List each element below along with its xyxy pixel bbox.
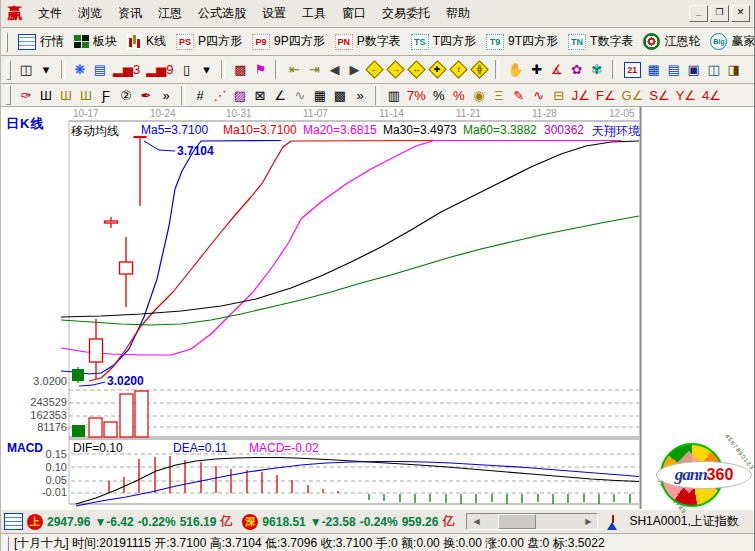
t-number-table-button[interactable]: TN T数字表 (568, 33, 633, 50)
kline-button[interactable]: K线 (127, 33, 166, 50)
ninep-square-button[interactable]: P9 9P四方形 (252, 33, 325, 50)
notes-icon[interactable]: ▤ (667, 61, 681, 79)
dropdown-arrow-icon[interactable]: ▾ (39, 61, 53, 79)
candle-hollow-icon[interactable]: ▯ (179, 61, 193, 79)
menu-browse[interactable]: 浏览 (70, 3, 110, 24)
gold-box-icon[interactable]: ⊟ (552, 86, 566, 104)
sz-index: 9618.51 (262, 515, 305, 529)
toolbar-grip[interactable] (6, 85, 11, 105)
web-chart-icon[interactable]: ❋ (73, 61, 87, 79)
overflow-chevron[interactable]: » (159, 86, 173, 104)
gold-grid-icon[interactable]: Ш (59, 86, 73, 104)
color-flag-icon[interactable]: ⚑ (253, 61, 267, 79)
f-angle-icon[interactable]: F∠ (596, 86, 616, 104)
diamond-leftright-icon[interactable]: ↔ (408, 60, 426, 78)
p-square-button[interactable]: PS P四方形 (176, 33, 242, 50)
box-fan-purple-icon[interactable]: ▨ (233, 86, 247, 104)
ying-angle-icon[interactable]: Y∠ (676, 86, 696, 104)
kline-style-icon[interactable]: ◫ (19, 61, 33, 79)
box-x-icon[interactable]: ⊠ (253, 86, 267, 104)
percent-line-icon[interactable]: % (452, 86, 466, 104)
minimize-button[interactable]: _ (689, 5, 708, 22)
date-tick: 10-24 (150, 108, 184, 119)
pen-bars-icon[interactable]: ✎ (512, 86, 526, 104)
calculator-icon[interactable]: ▦ (647, 61, 661, 79)
toolbar-grip[interactable] (6, 32, 8, 52)
hand-pan-icon[interactable]: ✋ (507, 61, 523, 79)
menu-file[interactable]: 文件 (30, 3, 70, 24)
gann-wheel-button[interactable]: 江恩轮 (643, 33, 700, 50)
pc-key-icon[interactable]: ◨ (727, 61, 741, 79)
j-angle-icon[interactable]: J∠ (572, 86, 590, 104)
angle-measure-icon[interactable]: ∡ (550, 61, 564, 79)
percent-icon[interactable]: % (432, 86, 446, 104)
quotes-button[interactable]: 行情 (18, 33, 64, 50)
menu-settings[interactable]: 设置 (254, 3, 294, 24)
hash-grid-icon[interactable]: Ш (39, 86, 53, 104)
clipboard-icon[interactable]: ▤ (93, 61, 107, 79)
teal-knot-icon[interactable]: ✾ (590, 61, 604, 79)
gold-angle-icon[interactable]: G∠ (622, 86, 644, 104)
dense-grid2-icon[interactable]: ▩ (333, 86, 347, 104)
percent7-line-icon[interactable]: 7% (407, 86, 426, 104)
menu-formula-stockpick[interactable]: 公式选股 (190, 3, 254, 24)
pc-globe-icon[interactable]: ◫ (707, 61, 721, 79)
frame-tool-icon[interactable]: # (193, 86, 207, 104)
winner-wheel-button[interactable]: Big 赢家轮 (710, 33, 755, 50)
save-floppy-icon[interactable]: ▣ (687, 61, 701, 79)
gold-line-icon[interactable]: Ξ (492, 86, 506, 104)
prev-icon[interactable]: ◀ (327, 61, 341, 79)
diamond-right-icon[interactable]: → (387, 60, 405, 78)
menu-gann[interactable]: 江恩 (150, 3, 190, 24)
menu-news[interactable]: 资讯 (110, 3, 150, 24)
dropdown-arrow-icon[interactable]: ▾ (199, 61, 213, 79)
go-last-icon[interactable]: ⇥ (307, 61, 321, 79)
sectors-button[interactable]: 板块 (74, 33, 117, 50)
quote-table-icon[interactable] (4, 513, 23, 530)
horizontal-scrollbar[interactable]: ◀ ▶ (466, 513, 598, 530)
diamond-cross-icon[interactable]: ╬ (471, 60, 489, 78)
macd-scale-005: 0.05 (1, 474, 67, 486)
volume-meter-icon[interactable]: ▥ (387, 86, 401, 104)
close-button[interactable]: ✕ (731, 5, 750, 22)
purple-tool-icon[interactable]: ✿ (570, 61, 584, 79)
p-number-table-button[interactable]: PN P数字表 (335, 33, 401, 50)
diamond-updown-icon[interactable]: ↕ (450, 60, 468, 78)
restore-button[interactable]: ❐ (710, 5, 729, 22)
wave-ruler-icon[interactable]: ∿ (532, 86, 546, 104)
gold-grid2-icon[interactable]: Ш (79, 86, 93, 104)
gold-coin-icon[interactable]: ◉ (472, 86, 486, 104)
calendar-21-icon[interactable]: 21 (624, 62, 641, 78)
bars-3-icon[interactable]: ▂▅3 (113, 61, 140, 79)
menu-tools[interactable]: 工具 (294, 3, 334, 24)
t-square-button[interactable]: TS T四方形 (411, 33, 476, 50)
scroll-left-arrow[interactable]: ◀ (467, 517, 485, 526)
wave-icon[interactable]: ∿ (293, 86, 307, 104)
diamond-left-icon[interactable]: ← (366, 60, 384, 78)
sh-unit: 亿 (220, 513, 232, 530)
angle-line-icon[interactable]: ∠ (273, 86, 287, 104)
pattern-icon[interactable]: ▩ (233, 61, 247, 79)
diamond-plus-icon[interactable]: ✚ (429, 60, 447, 78)
menu-trade[interactable]: 交易委托 (374, 3, 438, 24)
next-icon[interactable]: ▶ (347, 61, 361, 79)
crosshair-icon[interactable]: ✚ (530, 61, 544, 79)
scrollbar-thumb[interactable] (498, 514, 536, 529)
scroll-right-arrow[interactable]: ▶ (579, 517, 597, 526)
shen-angle-icon[interactable]: S∠ (649, 86, 669, 104)
brush-icon[interactable]: ✑ (19, 86, 33, 104)
circle2-grid-icon[interactable]: ② (119, 86, 133, 104)
ninet-square-button[interactable]: T9 9T四方形 (486, 33, 558, 50)
pen-grid-icon[interactable]: ✒ (139, 86, 153, 104)
toolbar-grip[interactable] (6, 60, 11, 80)
menu-help[interactable]: 帮助 (438, 3, 478, 24)
dense-grid-icon[interactable]: ▦ (313, 86, 327, 104)
gann-fan-icon[interactable]: ⋰ (213, 86, 227, 104)
menu-window[interactable]: 窗口 (334, 3, 374, 24)
four-angle-icon[interactable]: 4∠ (702, 86, 721, 104)
go-first-icon[interactable]: ⇤ (287, 61, 301, 79)
shenzhen-badge-icon: 深 (242, 514, 258, 530)
bars-9-icon[interactable]: ▂▅9 (146, 61, 173, 79)
f-grid-icon[interactable]: Ƒ (99, 86, 113, 104)
overflow-chevron[interactable]: » (353, 86, 367, 104)
